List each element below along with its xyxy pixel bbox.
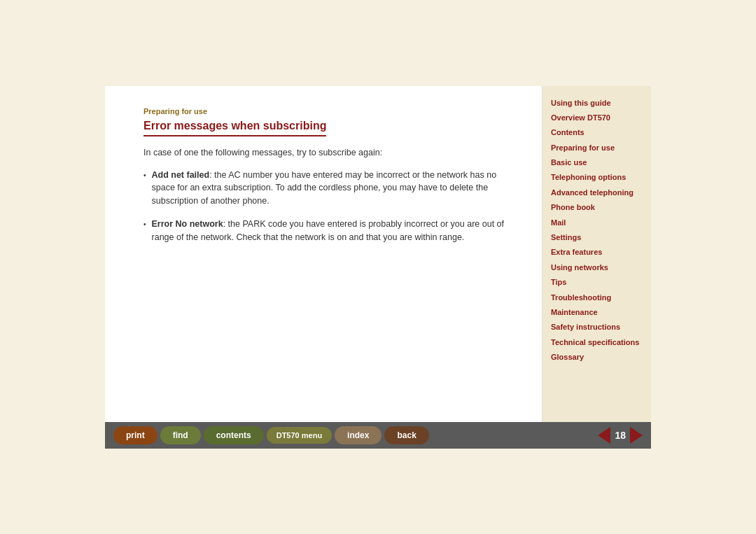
sidebar-item-networks[interactable]: Using networks bbox=[551, 261, 643, 274]
dt570-menu-button[interactable]: DT570 menu bbox=[267, 427, 332, 444]
sidebar-item-overview[interactable]: Overview DT570 bbox=[551, 111, 643, 125]
bullet-bold-2: Error No network bbox=[152, 219, 223, 229]
sidebar-item-advanced[interactable]: Advanced telephoning bbox=[551, 186, 643, 199]
print-button[interactable]: print bbox=[113, 426, 158, 444]
contents-button[interactable]: contents bbox=[204, 426, 264, 444]
bullet-text-1: Add net failed: the AC number you have e… bbox=[152, 169, 517, 208]
index-button[interactable]: index bbox=[335, 426, 382, 444]
sidebar-item-phonebook[interactable]: Phone book bbox=[551, 201, 643, 214]
bullet-dot-1: • bbox=[144, 170, 146, 208]
page-title: Error messages when subscribing bbox=[144, 120, 326, 136]
sidebar-item-mail[interactable]: Mail bbox=[551, 216, 643, 230]
sidebar-item-technical[interactable]: Technical specifications bbox=[551, 336, 643, 349]
find-button[interactable]: find bbox=[160, 426, 201, 444]
bullet-bold-1: Add net failed bbox=[152, 170, 210, 180]
breadcrumb: Preparing for use bbox=[144, 107, 517, 115]
bullet-item-1: • Add net failed: the AC number you have… bbox=[144, 169, 517, 208]
prev-page-button[interactable] bbox=[598, 427, 610, 444]
sidebar-item-maintenance[interactable]: Maintenance bbox=[551, 306, 643, 319]
sidebar-item-settings[interactable]: Settings bbox=[551, 231, 643, 244]
sidebar-item-telephoning[interactable]: Telephoning options bbox=[551, 171, 643, 184]
bullet-item-2: • Error No network: the PARK code you ha… bbox=[144, 218, 517, 244]
intro-text: In case of one the following messages, t… bbox=[144, 148, 517, 157]
back-button[interactable]: back bbox=[384, 426, 428, 444]
next-page-button[interactable] bbox=[630, 427, 643, 444]
sidebar-item-basic-use[interactable]: Basic use bbox=[551, 156, 643, 169]
page-navigation: 18 bbox=[598, 427, 643, 444]
sidebar-item-tips[interactable]: Tips bbox=[551, 276, 643, 289]
sidebar-item-safety[interactable]: Safety instructions bbox=[551, 321, 643, 334]
bullet-dot-2: • bbox=[144, 219, 146, 244]
bullet-text-2: Error No network: the PARK code you have… bbox=[152, 218, 517, 244]
sidebar-item-preparing[interactable]: Preparing for use bbox=[551, 141, 643, 155]
sidebar-item-using-this-guide[interactable]: Using this guide bbox=[551, 97, 643, 110]
sidebar-item-glossary[interactable]: Glossary bbox=[551, 351, 643, 364]
sidebar-item-extra[interactable]: Extra features bbox=[551, 246, 643, 259]
sidebar-item-contents[interactable]: Contents bbox=[551, 126, 643, 139]
page-number: 18 bbox=[615, 430, 626, 441]
main-content: Preparing for use Error messages when su… bbox=[105, 86, 542, 422]
sidebar: Using this guide Overview DT570 Contents… bbox=[542, 86, 651, 422]
bottom-bar: print find contents DT570 menu index bac… bbox=[105, 422, 651, 449]
sidebar-item-troubleshooting[interactable]: Troubleshooting bbox=[551, 291, 643, 304]
